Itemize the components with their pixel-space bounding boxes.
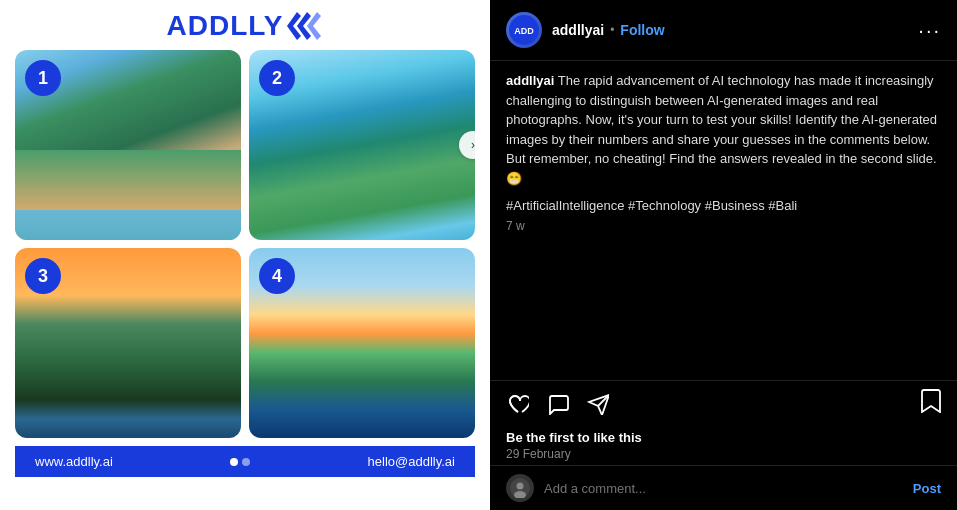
dot-inactive — [242, 458, 250, 466]
avatar: ADD — [506, 12, 542, 48]
post-header: ADD addllyai • Follow ··· — [490, 0, 957, 61]
likes-text: Be the first to like this — [506, 430, 941, 445]
grid-item-1: 1 — [15, 50, 241, 240]
like-button[interactable] — [506, 392, 530, 416]
image-grid-wrapper: 1 2 › 3 4 — [15, 50, 475, 438]
commenter-avatar — [506, 474, 534, 502]
post-comment-button[interactable]: Post — [913, 481, 941, 496]
next-arrow[interactable]: › — [459, 131, 475, 159]
share-button[interactable] — [586, 392, 610, 416]
dot-indicators — [230, 458, 250, 466]
avatar-inner: ADD — [509, 15, 539, 45]
bookmark-button[interactable] — [921, 389, 941, 418]
follow-button[interactable]: Follow — [620, 22, 664, 38]
left-panel: ADDLLY 1 2 › 3 — [0, 0, 490, 510]
comment-input[interactable] — [544, 481, 903, 496]
brand-name: ADDLLY — [167, 10, 284, 42]
comment-section: Post — [490, 465, 957, 510]
svg-point-8 — [517, 483, 524, 490]
post-text: addllyai The rapid advancement of AI tec… — [506, 71, 941, 188]
image-grid: 1 2 › 3 4 — [15, 50, 475, 438]
website-url: www.addlly.ai — [35, 454, 113, 469]
grid-item-2: 2 › — [249, 50, 475, 240]
action-icons — [506, 392, 610, 416]
post-actions — [490, 380, 957, 426]
right-panel: ADD addllyai • Follow ··· addllyai The r… — [490, 0, 957, 510]
post-body: The rapid advancement of AI technology h… — [506, 73, 937, 186]
post-timestamp: 7 w — [506, 219, 941, 233]
user-info: ADD addllyai • Follow — [506, 12, 665, 48]
post-content: addllyai The rapid advancement of AI tec… — [490, 61, 957, 380]
number-badge-2: 2 — [259, 60, 295, 96]
email: hello@addlly.ai — [368, 454, 455, 469]
number-badge-3: 3 — [25, 258, 61, 294]
username-follow: addllyai • Follow — [552, 22, 665, 38]
grid-item-4: 4 — [249, 248, 475, 438]
grid-item-3: 3 — [15, 248, 241, 438]
bottom-bar: www.addlly.ai hello@addlly.ai — [15, 446, 475, 477]
likes-section: Be the first to like this 29 February — [490, 426, 957, 465]
username: addllyai — [552, 22, 604, 38]
post-date: 29 February — [506, 447, 941, 461]
comment-button[interactable] — [546, 392, 570, 416]
dot-separator: • — [610, 23, 614, 37]
number-badge-4: 4 — [259, 258, 295, 294]
hashtags: #ArtificialIntelligence #Technology #Bus… — [506, 198, 941, 213]
post-username: addllyai — [506, 73, 554, 88]
more-options-button[interactable]: ··· — [918, 20, 941, 40]
brand-header: ADDLLY — [167, 10, 324, 42]
svg-text:ADD: ADD — [514, 26, 534, 36]
brand-logo-icon — [287, 12, 323, 40]
dot-active — [230, 458, 238, 466]
number-badge-1: 1 — [25, 60, 61, 96]
